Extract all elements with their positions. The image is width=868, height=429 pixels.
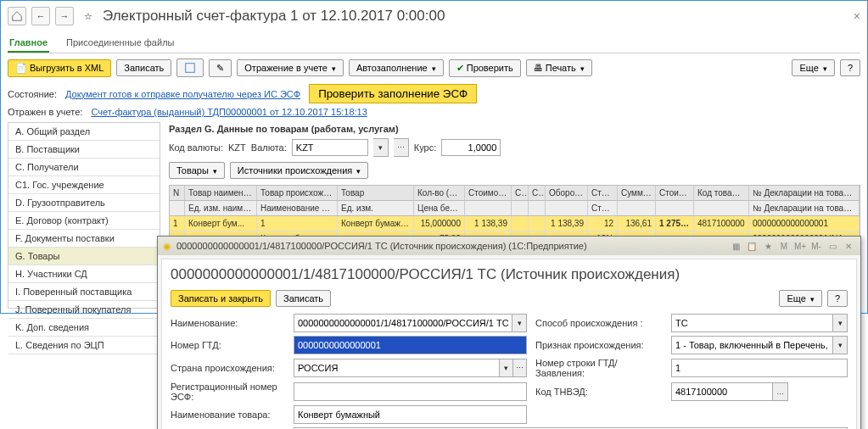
currency-label: Валюта: xyxy=(251,142,287,153)
goods-tab-button[interactable]: Товары xyxy=(169,162,225,179)
cell: 1 275,00 xyxy=(656,216,694,231)
fld-gtd[interactable] xyxy=(294,336,527,354)
edit-icon[interactable]: ✎ xyxy=(209,59,232,77)
col-header[interactable]: Оборот по... xyxy=(546,186,588,200)
tabs: Главное Присоединенные файлы xyxy=(8,31,860,53)
col-header[interactable]: N xyxy=(170,186,185,200)
col-header[interactable]: № Декларации на товары, заявл xyxy=(749,186,860,200)
star-icon[interactable]: ☆ xyxy=(79,7,98,25)
fld-tnved[interactable] xyxy=(671,382,773,401)
dlg-help-button[interactable]: ? xyxy=(827,290,848,307)
fld-name-drop-icon[interactable]: ▾ xyxy=(512,314,527,332)
print-button[interactable]: 🖶 Печать xyxy=(526,59,592,76)
app-icon: ◉ xyxy=(163,241,171,252)
sidebar-item[interactable]: D. Грузоотправитель xyxy=(8,194,160,212)
col-header[interactable]: Стоим... xyxy=(656,186,694,200)
sidebar-item[interactable]: E. Договор (контракт) xyxy=(8,212,160,230)
currency-input[interactable] xyxy=(292,139,368,156)
rate-input[interactable] xyxy=(441,139,501,156)
fld-method-drop-icon[interactable]: ▾ xyxy=(833,314,848,332)
reflect-button[interactable]: Отражение в учете xyxy=(237,59,344,76)
autofill-button[interactable]: Автозаполнение xyxy=(349,59,444,76)
sidebar-item[interactable]: K. Доп. сведения xyxy=(8,319,160,337)
page-title: Электронный счет-фактура 1 от 12.10.2017… xyxy=(103,8,445,25)
lbl-method: Способ происхождения : xyxy=(535,318,663,328)
currency-dropdown-icon[interactable]: ▾ xyxy=(373,138,389,157)
toolbar: 📄Выгрузить в XML Записать ✎ Отражение в … xyxy=(8,53,860,82)
reflected-link[interactable]: Счет-фактура (выданный) ТДП00000001 от 1… xyxy=(91,107,367,117)
col-subheader xyxy=(170,201,185,215)
tb-calendar-icon[interactable]: 📋 xyxy=(745,239,759,253)
tab-main[interactable]: Главное xyxy=(8,34,49,53)
col-header[interactable]: Стоимость без ... xyxy=(465,186,512,200)
state-link[interactable]: Документ готов к отправке получателю чер… xyxy=(65,89,300,99)
dlg-save-close-button[interactable]: Записать и закрыть xyxy=(171,290,271,307)
fld-name[interactable] xyxy=(294,314,512,332)
col-subheader: Ед. изм. xyxy=(338,201,414,215)
cell xyxy=(529,216,546,231)
col-header[interactable]: Ста... НДС xyxy=(588,186,618,200)
sidebar-item[interactable]: A. Общий раздел xyxy=(8,123,160,141)
dialog-title: 0000000000000001/1/4817100000/РОССИЯ/1 Т… xyxy=(171,265,848,290)
tb-mminus[interactable]: M- xyxy=(809,239,823,253)
sidebar-item[interactable]: C1. Гос. учреждение xyxy=(8,176,160,194)
home-icon[interactable] xyxy=(8,7,26,25)
col-subheader xyxy=(656,201,694,215)
tab-files[interactable]: Присоединенные файлы xyxy=(64,34,176,53)
col-header[interactable]: С... xyxy=(529,186,546,200)
tool-icon-1[interactable] xyxy=(176,58,204,77)
table-row[interactable]: 1Конверт бум...1Конверт бумажный15,00000… xyxy=(170,216,860,231)
tb-mplus[interactable]: M+ xyxy=(793,239,807,253)
fld-tnved-open-icon[interactable]: … xyxy=(773,382,788,401)
col-subheader xyxy=(465,201,512,215)
check-button[interactable]: ✔Проверить xyxy=(449,59,521,77)
tb-fav-icon[interactable]: ★ xyxy=(761,239,775,253)
tb-close-icon[interactable]: ✕ xyxy=(842,239,855,253)
fld-feature[interactable] xyxy=(671,336,833,354)
export-xml-button[interactable]: 📄Выгрузить в XML xyxy=(8,59,111,77)
col-header[interactable]: Товар наименование xyxy=(185,186,257,200)
sidebar-item[interactable]: L. Сведения по ЭЦП xyxy=(8,337,160,354)
dlg-save-button[interactable]: Записать xyxy=(276,290,331,307)
sidebar-item[interactable]: J. Поверенный покупателя xyxy=(8,301,160,319)
fld-feature-drop-icon[interactable]: ▾ xyxy=(833,336,848,354)
more-button[interactable]: Еще xyxy=(792,59,834,76)
origin-tab-button[interactable]: Источники происхождения xyxy=(230,162,368,179)
fld-country-drop-icon[interactable]: ▾ xyxy=(500,359,513,377)
fld-method[interactable] xyxy=(671,314,833,332)
cell: 15,000000 xyxy=(414,216,465,231)
forward-icon[interactable]: → xyxy=(55,7,74,25)
dialog-body: 0000000000000001/1/4817100000/РОССИЯ/1 Т… xyxy=(161,259,857,429)
sidebar-item[interactable]: F. Документы поставки xyxy=(8,230,160,248)
fld-country[interactable] xyxy=(294,359,500,377)
tb-calc-icon[interactable]: ▦ xyxy=(729,239,742,253)
tb-m[interactable]: M xyxy=(777,239,791,253)
sidebar-item[interactable]: G. Товары xyxy=(8,248,160,265)
col-header[interactable]: Сумма НДС xyxy=(618,186,656,200)
col-header[interactable]: Код товара... xyxy=(694,186,749,200)
currency-open-icon[interactable]: ⋯ xyxy=(394,138,409,157)
col-header[interactable]: Кол-во (объем) xyxy=(414,186,465,200)
fld-goods-name[interactable] xyxy=(294,405,527,424)
back-icon[interactable]: ← xyxy=(31,7,50,25)
help-button[interactable]: ? xyxy=(840,59,860,76)
tb-min-icon[interactable]: ▭ xyxy=(826,239,839,253)
close-icon[interactable]: × xyxy=(854,9,860,23)
col-subheader xyxy=(529,201,546,215)
sidebar-item[interactable]: C. Получатели xyxy=(8,159,160,176)
col-subheader: Цена без налогов xyxy=(414,201,465,215)
sidebar-item[interactable]: H. Участники СД xyxy=(8,265,160,283)
fld-country-open-icon[interactable]: ⋯ xyxy=(513,359,527,377)
save-button[interactable]: Записать xyxy=(116,59,171,76)
cell: 4817100000 xyxy=(694,216,749,231)
col-header[interactable]: С... xyxy=(512,186,529,200)
fld-esf-reg[interactable] xyxy=(294,382,527,401)
check-fill-button[interactable]: Проверить заполнение ЭСФ xyxy=(309,84,477,103)
origin-dialog: ◉ 0000000000000001/1/4817100000/РОССИЯ/1… xyxy=(157,236,861,429)
sidebar-item[interactable]: I. Поверенный поставщика xyxy=(8,283,160,301)
col-header[interactable]: Товар происхождения xyxy=(257,186,338,200)
sidebar-item[interactable]: B. Поставщики xyxy=(8,141,160,159)
col-header[interactable]: Товар xyxy=(338,186,414,200)
dlg-more-button[interactable]: Еще xyxy=(779,290,821,307)
fld-gtd-line[interactable] xyxy=(671,359,848,377)
